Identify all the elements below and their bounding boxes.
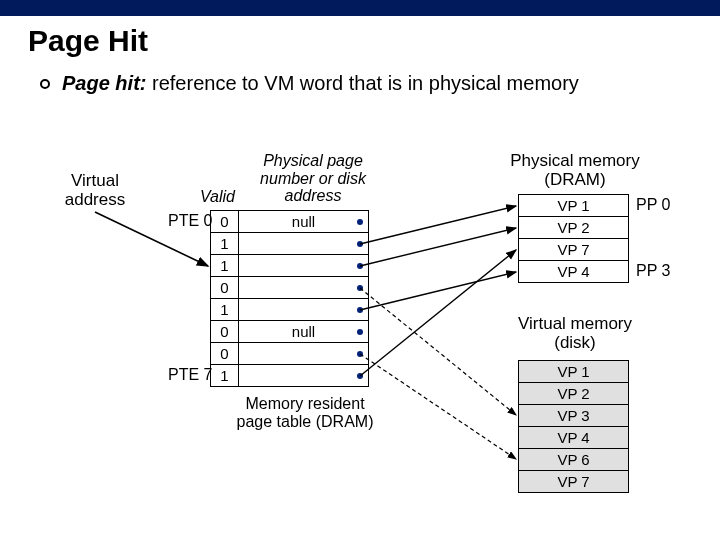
vm-row-2: VP 3: [519, 405, 629, 427]
vm-row-0: VP 1: [519, 361, 629, 383]
svg-line-12: [360, 250, 516, 376]
bullet-icon: [40, 79, 50, 89]
virtual-memory-table: VP 1 VP 2 VP 3 VP 4 VP 6 VP 7: [518, 360, 629, 493]
virtual-memory-header: Virtual memory (disk): [510, 315, 640, 352]
vm-row-4: VP 6: [519, 449, 629, 471]
col-header-addr: Physical page number or disk address: [248, 152, 378, 205]
svg-line-10: [360, 228, 516, 266]
pte-label-last: PTE 7: [168, 366, 212, 384]
pm-row-1: VP 2: [519, 217, 629, 239]
page-table: 0null 1 1 0 1 0null 0 1: [210, 210, 369, 387]
svg-line-11: [360, 272, 516, 310]
pt-valid-0: 0: [211, 211, 239, 233]
svg-line-14: [360, 354, 516, 459]
pm-row-0: VP 1: [519, 195, 629, 217]
pt-addr-0: null: [239, 211, 369, 233]
pt-valid-6: 0: [211, 343, 239, 365]
pt-addr-7: [239, 365, 369, 387]
col-header-valid: Valid: [200, 188, 235, 206]
pm-row-2: VP 7: [519, 239, 629, 261]
pm-row-3: VP 4: [519, 261, 629, 283]
bullet-term: Page hit:: [62, 72, 146, 94]
slide-title: Page Hit: [28, 24, 720, 58]
pt-addr-5: null: [239, 321, 369, 343]
vm-row-1: VP 2: [519, 383, 629, 405]
physical-memory-table: VP 1 VP 2 VP 7 VP 4: [518, 194, 629, 283]
pp-label-3: PP 3: [636, 262, 670, 280]
diagram: Virtual address Valid Physical page numb…: [0, 150, 720, 540]
vm-row-3: VP 4: [519, 427, 629, 449]
pt-addr-3: [239, 277, 369, 299]
pt-valid-4: 1: [211, 299, 239, 321]
pp-label-0: PP 0: [636, 196, 670, 214]
pt-addr-2: [239, 255, 369, 277]
vm-row-5: VP 7: [519, 471, 629, 493]
pt-valid-5: 0: [211, 321, 239, 343]
svg-line-13: [360, 288, 516, 415]
virtual-address-label: Virtual address: [50, 172, 140, 209]
pte-label-first: PTE 0: [168, 212, 212, 230]
pt-addr-1: [239, 233, 369, 255]
slide-top-bar: [0, 0, 720, 16]
physical-memory-header: Physical memory (DRAM): [505, 152, 645, 189]
svg-line-9: [360, 206, 516, 244]
pt-addr-6: [239, 343, 369, 365]
pt-valid-3: 0: [211, 277, 239, 299]
page-table-caption: Memory resident page table (DRAM): [230, 395, 380, 430]
bullet-rest: reference to VM word that is in physical…: [146, 72, 578, 94]
pt-valid-2: 1: [211, 255, 239, 277]
pt-addr-4: [239, 299, 369, 321]
pt-valid-1: 1: [211, 233, 239, 255]
pt-valid-7: 1: [211, 365, 239, 387]
bullet-line: Page hit: reference to VM word that is i…: [40, 72, 720, 95]
